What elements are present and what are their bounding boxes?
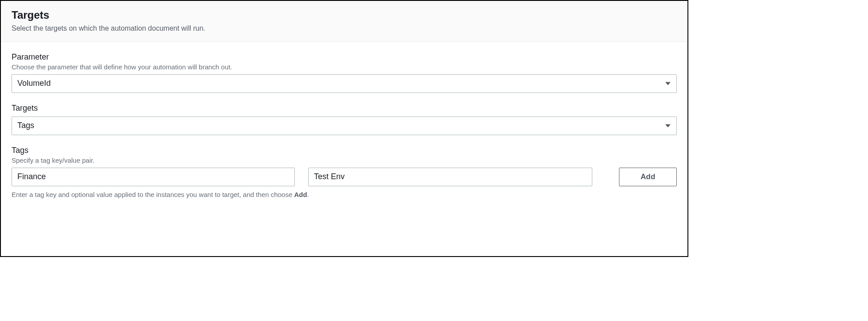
tags-input-row: Add: [12, 168, 677, 186]
parameter-label: Parameter: [12, 52, 677, 62]
tag-key-input[interactable]: [12, 168, 295, 186]
tags-help-prefix: Enter a tag key and optional value appli…: [12, 191, 294, 198]
tags-help-suffix: .: [307, 191, 309, 198]
targets-panel: Targets Select the targets on which the …: [0, 0, 688, 257]
targets-select-wrapper: Tags: [12, 116, 677, 135]
parameter-hint: Choose the parameter that will define ho…: [12, 63, 677, 71]
tags-help-bold: Add: [294, 191, 307, 198]
targets-field-group: Targets Tags: [12, 104, 677, 135]
tag-value-input[interactable]: [308, 168, 592, 186]
targets-select-value: Tags: [17, 121, 34, 130]
panel-body: Parameter Choose the parameter that will…: [1, 42, 687, 206]
targets-label: Targets: [12, 104, 677, 113]
parameter-select-wrapper: VolumeId: [12, 74, 677, 93]
parameter-select[interactable]: VolumeId: [12, 74, 677, 93]
tags-label: Tags: [12, 146, 677, 155]
parameter-select-value: VolumeId: [17, 79, 51, 88]
tags-field-group: Tags Specify a tag key/value pair. Add E…: [12, 146, 677, 198]
targets-select[interactable]: Tags: [12, 116, 677, 135]
add-button[interactable]: Add: [619, 168, 677, 186]
panel-header: Targets Select the targets on which the …: [1, 1, 687, 42]
parameter-field-group: Parameter Choose the parameter that will…: [12, 52, 677, 93]
tags-help-text: Enter a tag key and optional value appli…: [12, 191, 677, 198]
panel-subtitle: Select the targets on which the automati…: [12, 24, 677, 32]
panel-title: Targets: [12, 9, 677, 22]
tags-hint: Specify a tag key/value pair.: [12, 156, 677, 164]
